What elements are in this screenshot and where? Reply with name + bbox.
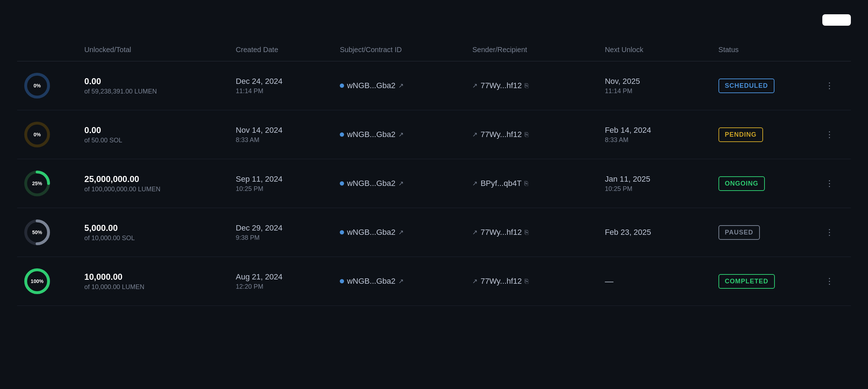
subject-cell: wNGB...Gba2 ↗ [334,61,466,110]
header [17,14,851,26]
col-header-progress [17,39,79,61]
unlocked-cell: 0.00 of 50.00 SOL [79,110,230,159]
more-options-button[interactable]: ⋮ [822,275,837,288]
more-options-button[interactable]: ⋮ [822,79,837,92]
unlocked-amount: 25,000,000.00 [84,174,224,184]
created-time: 10:25 PM [236,185,329,193]
status-badge: PENDING [718,127,763,142]
table-row: 50% 5,000.00 of 10,000.00 SOL Dec 29, 20… [17,208,851,257]
actions-cell: ⋮ [817,159,851,208]
subject-id: wNGB...Gba2 [347,277,395,286]
copy-icon[interactable]: ⎘ [525,131,529,138]
unlocked-cell: 25,000,000.00 of 100,000,000.00 LUMEN [79,159,230,208]
unlocked-cell: 0.00 of 59,238,391.00 LUMEN [79,61,230,110]
progress-cell: 0% [17,61,79,110]
subject-cell: wNGB...Gba2 ↗ [334,208,466,257]
status-badge: SCHEDULED [718,79,774,93]
created-time: 11:14 PM [236,87,329,95]
status-cell: ONGOING [713,159,817,208]
col-header-next: Next Unlock [599,39,713,61]
progress-label: 0% [34,83,41,89]
external-link-icon[interactable]: ↗ [398,228,404,236]
dot-icon [340,279,344,283]
copy-icon[interactable]: ⎘ [524,180,528,187]
created-time: 9:38 PM [236,234,329,242]
sender-id: 77Wy...hf12 [480,130,522,139]
more-options-button[interactable]: ⋮ [822,128,837,141]
unlocked-amount: 0.00 [84,125,224,135]
col-header-created: Created Date [230,39,334,61]
next-unlock-date: Nov, 2025 [605,77,707,86]
more-options-button[interactable]: ⋮ [822,226,837,239]
col-header-unlocked: Unlocked/Total [79,39,230,61]
created-cell: Dec 24, 2024 11:14 PM [230,61,334,110]
next-unlock-dash: — [605,276,614,286]
next-unlock-time: 10:25 PM [605,185,707,193]
sender-id: 77Wy...hf12 [480,81,522,90]
external-link-icon[interactable]: ↗ [398,277,404,285]
progress-ring: 0% [23,71,51,100]
progress-ring: 0% [23,120,51,149]
next-unlock-cell: Feb 23, 2025 [599,208,713,257]
subject-id: wNGB...Gba2 [347,130,395,139]
table-row: 0% 0.00 of 50.00 SOL Nov 14, 2024 8:33 A… [17,110,851,159]
table-header: Unlocked/Total Created Date Subject/Cont… [17,39,851,61]
next-unlock-cell: — [599,257,713,306]
created-date: Dec 24, 2024 [236,77,329,86]
col-header-sender: Sender/Recipient [466,39,599,61]
actions-cell: ⋮ [817,61,851,110]
next-unlock-cell: Feb 14, 2024 8:33 AM [599,110,713,159]
col-header-subject: Subject/Contract ID [334,39,466,61]
arrow-icon: ↗ [472,180,478,187]
arrow-icon: ↗ [472,131,478,138]
status-cell: PAUSED [713,208,817,257]
table-row: 25% 25,000,000.00 of 100,000,000.00 LUME… [17,159,851,208]
progress-cell: 50% [17,208,79,257]
next-unlock-cell: Jan 11, 2025 10:25 PM [599,159,713,208]
status-badge: PAUSED [718,225,760,240]
arrow-icon: ↗ [472,277,478,285]
unlocked-total: of 50.00 SOL [84,137,224,144]
progress-ring: 100% [23,267,51,295]
table-row: 100% 10,000.00 of 10,000.00 LUMEN Aug 21… [17,257,851,306]
copy-icon[interactable]: ⎘ [525,82,529,90]
subject-content: wNGB...Gba2 ↗ [340,81,461,90]
sender-id: 77Wy...hf12 [480,277,522,286]
external-link-icon[interactable]: ↗ [398,180,404,187]
created-time: 8:33 AM [236,136,329,144]
created-date: Nov 14, 2024 [236,126,329,135]
sender-id: 77Wy...hf12 [480,228,522,237]
created-cell: Dec 29, 2024 9:38 PM [230,208,334,257]
subject-cell: wNGB...Gba2 ↗ [334,257,466,306]
subject-content: wNGB...Gba2 ↗ [340,130,461,139]
actions-cell: ⋮ [817,257,851,306]
created-date: Dec 29, 2024 [236,223,329,233]
sender-cell: ↗ 77Wy...hf12 ⎘ [466,110,599,159]
unlocked-amount: 0.00 [84,76,224,86]
external-link-icon[interactable]: ↗ [398,131,404,138]
actions-cell: ⋮ [817,208,851,257]
next-unlock-time: 11:14 PM [605,87,707,95]
unlocked-total: of 59,238,391.00 LUMEN [84,88,224,95]
unlocked-total: of 100,000,000.00 LUMEN [84,186,224,193]
created-cell: Sep 11, 2024 10:25 PM [230,159,334,208]
subject-cell: wNGB...Gba2 ↗ [334,110,466,159]
status-cell: COMPLETED [713,257,817,306]
unlocked-amount: 10,000.00 [84,272,224,282]
unlocked-total: of 10,000.00 LUMEN [84,283,224,291]
copy-icon[interactable]: ⎘ [525,229,529,236]
create-new-button[interactable] [822,14,851,26]
created-date: Sep 11, 2024 [236,175,329,184]
more-options-button[interactable]: ⋮ [822,177,837,190]
external-link-icon[interactable]: ↗ [398,82,404,90]
progress-cell: 0% [17,110,79,159]
subject-id: wNGB...Gba2 [347,228,395,237]
unlocked-cell: 10,000.00 of 10,000.00 LUMEN [79,257,230,306]
copy-icon[interactable]: ⎘ [525,278,529,285]
next-unlock-time: 8:33 AM [605,136,707,144]
progress-cell: 100% [17,257,79,306]
status-cell: SCHEDULED [713,61,817,110]
vesting-table: Unlocked/Total Created Date Subject/Cont… [17,39,851,306]
created-cell: Nov 14, 2024 8:33 AM [230,110,334,159]
sender-content: ↗ BPyf...qb4T ⎘ [472,179,593,188]
